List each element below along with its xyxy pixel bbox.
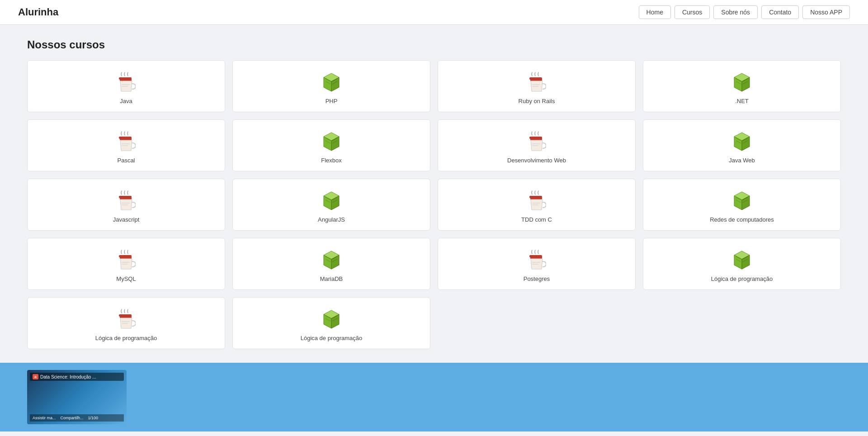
course-card-ruby-on-rails[interactable]: Ruby on Rails (438, 60, 636, 112)
svg-rect-58 (532, 204, 538, 205)
main-content: Nossos cursos Java (0, 25, 868, 363)
course-icon-logica-prog-2 (115, 308, 137, 330)
course-card-java[interactable]: Java (27, 60, 225, 112)
svg-rect-91 (122, 323, 128, 324)
svg-rect-80 (532, 264, 538, 265)
course-card-logica-prog-3[interactable]: Lógica de programação (232, 297, 430, 349)
course-label-ruby-on-rails: Ruby on Rails (519, 98, 555, 104)
svg-rect-23 (120, 138, 132, 140)
course-icon-postegres (526, 249, 547, 271)
svg-rect-79 (532, 262, 540, 263)
course-card-php[interactable]: PHP (232, 60, 430, 112)
course-label-logica-prog-2: Lógica de programação (95, 335, 157, 341)
course-card-mysql[interactable]: MySQL (27, 238, 225, 290)
video-badge: a (33, 374, 38, 379)
course-label-desenvolvimento-web: Desenvolvimento Web (507, 157, 566, 164)
video-overlay: a Data Science: Introdução ... Assistir … (27, 370, 127, 424)
svg-rect-69 (122, 264, 128, 265)
course-label-mysql: MySQL (116, 275, 136, 282)
svg-rect-13 (532, 84, 540, 85)
svg-rect-46 (122, 203, 130, 204)
course-label-java: Java (120, 98, 132, 104)
course-icon-flexbox (321, 131, 342, 152)
svg-rect-56 (530, 198, 542, 199)
nav-btn-contato[interactable]: Contato (761, 5, 799, 19)
nav-btn-app[interactable]: Nosso APP (802, 5, 850, 19)
svg-rect-1 (120, 79, 132, 81)
nav-btn-home[interactable]: Home (639, 5, 671, 19)
course-icon-php (321, 71, 342, 93)
course-icon-redes-de-computadores (731, 190, 753, 212)
course-icon-pascal (115, 131, 137, 152)
course-card-tdd-com-c[interactable]: TDD com C (438, 179, 636, 231)
course-label-flexbox: Flexbox (321, 157, 342, 164)
course-label-mariadb: MariaDB (320, 275, 343, 282)
course-card-pascal[interactable]: Pascal (27, 119, 225, 171)
main-nav: HomeCursosSobre nósContatoNosso APP (639, 5, 850, 19)
footer-video-area: a Data Science: Introdução ... Assistir … (0, 363, 868, 431)
course-label-java-web: Java Web (729, 157, 755, 164)
svg-rect-57 (532, 203, 540, 204)
course-card-java-web[interactable]: Java Web (643, 119, 841, 171)
course-label-pascal: Pascal (117, 157, 135, 164)
svg-rect-35 (532, 143, 540, 144)
nav-btn-sobre[interactable]: Sobre nós (713, 5, 758, 19)
course-icon-javascript (115, 190, 137, 212)
course-card-logica-prog-1[interactable]: Lógica de programação (643, 238, 841, 290)
svg-rect-45 (120, 198, 132, 199)
site-header: Alurinha HomeCursosSobre nósContatoNosso… (0, 0, 868, 25)
course-label-javascript: Javascript (113, 216, 140, 223)
svg-rect-90 (122, 321, 130, 322)
course-card-desenvolvimento-web[interactable]: Desenvolvimento Web (438, 119, 636, 171)
course-icon-ruby-on-rails (526, 71, 547, 93)
svg-rect-25 (122, 145, 128, 146)
video-title-bar: a Data Science: Introdução ... (30, 373, 124, 381)
course-label-logica-prog-3: Lógica de programação (301, 335, 363, 341)
course-label-postegres: Postegres (524, 275, 550, 282)
svg-rect-68 (122, 262, 130, 263)
course-label-redes-de-computadores: Redes de computadores (710, 216, 774, 223)
course-label-logica-prog-1: Lógica de programação (711, 275, 773, 282)
video-controls-bar: Assistir ma... Compartilh... 1/100 (30, 414, 124, 422)
video-action1[interactable]: Assistir ma... (33, 416, 56, 420)
course-icon-java-web (731, 131, 753, 152)
course-icon-angularjs (321, 190, 342, 212)
courses-grid: Java PHP (27, 60, 841, 349)
course-label-dotnet: .NET (735, 98, 749, 104)
svg-rect-14 (532, 86, 538, 87)
svg-rect-67 (120, 257, 132, 259)
course-icon-mysql (115, 249, 137, 271)
course-icon-logica-prog-3 (321, 308, 342, 330)
svg-rect-78 (530, 257, 542, 259)
course-card-javascript[interactable]: Javascript (27, 179, 225, 231)
video-progress: 1/100 (88, 416, 99, 420)
video-thumbnail[interactable]: a Data Science: Introdução ... Assistir … (27, 370, 127, 424)
video-action2[interactable]: Compartilh... (61, 416, 84, 420)
course-label-php: PHP (326, 98, 338, 104)
course-icon-mariadb (321, 249, 342, 271)
course-icon-logica-prog-1 (731, 249, 753, 271)
course-card-postegres[interactable]: Postegres (438, 238, 636, 290)
svg-rect-36 (532, 145, 538, 146)
svg-rect-89 (120, 316, 132, 318)
course-label-angularjs: AngularJS (318, 216, 345, 223)
svg-rect-34 (530, 138, 542, 140)
course-card-flexbox[interactable]: Flexbox (232, 119, 430, 171)
course-label-tdd-com-c: TDD com C (521, 216, 552, 223)
site-logo: Alurinha (18, 6, 58, 18)
section-title: Nossos cursos (27, 38, 841, 51)
course-icon-desenvolvimento-web (526, 131, 547, 152)
course-card-mariadb[interactable]: MariaDB (232, 238, 430, 290)
course-icon-dotnet (731, 71, 753, 93)
course-card-logica-prog-2[interactable]: Lógica de programação (27, 297, 225, 349)
course-card-angularjs[interactable]: AngularJS (232, 179, 430, 231)
course-card-redes-de-computadores[interactable]: Redes de computadores (643, 179, 841, 231)
course-icon-java (115, 71, 137, 93)
svg-rect-24 (122, 143, 130, 144)
nav-btn-cursos[interactable]: Cursos (675, 5, 710, 19)
course-icon-tdd-com-c (526, 190, 547, 212)
course-card-dotnet[interactable]: .NET (643, 60, 841, 112)
svg-rect-3 (122, 86, 128, 87)
video-title: Data Science: Introdução ... (40, 374, 96, 379)
svg-rect-2 (122, 84, 130, 85)
